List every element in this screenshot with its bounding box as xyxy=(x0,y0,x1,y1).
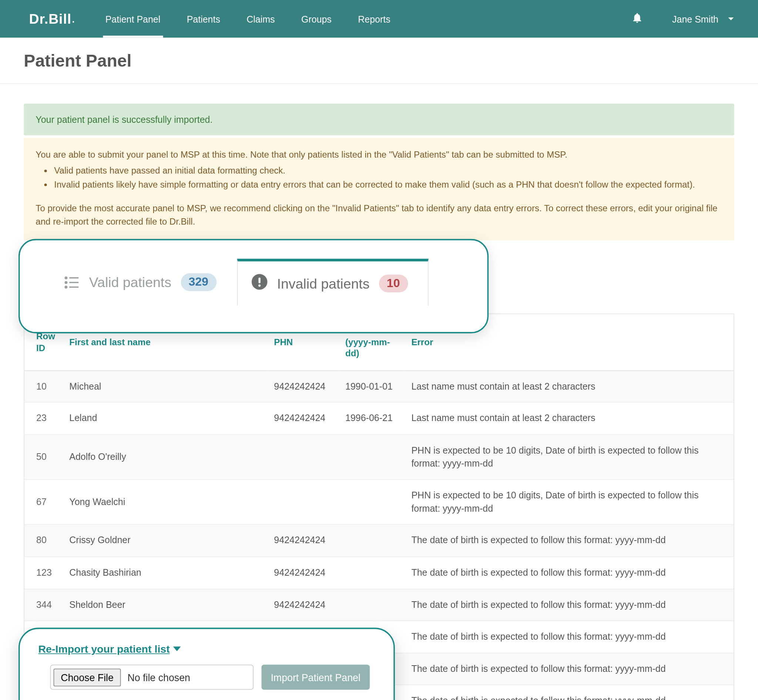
table-row: 50Adolfo O'reillyPHN is expected to be 1… xyxy=(24,435,734,480)
invalid-count-badge: 10 xyxy=(379,275,408,293)
svg-point-2 xyxy=(65,281,67,283)
svg-point-8 xyxy=(258,284,260,287)
cell-phn xyxy=(268,435,339,480)
cell-phn: 9424242424 xyxy=(268,589,339,621)
nav-patient-panel[interactable]: Patient Panel xyxy=(103,0,163,38)
nav-links: Patient Panel Patients Claims Groups Rep… xyxy=(103,0,393,38)
cell-name: Leland xyxy=(63,403,267,435)
cell-error: PHN is expected to be 10 digits, Date of… xyxy=(405,480,734,525)
cell-error: The date of birth is expected to follow … xyxy=(405,525,734,557)
logo[interactable]: Dr.Bill. xyxy=(29,11,75,27)
choose-file-button[interactable]: Choose File xyxy=(54,668,121,686)
tab-invalid-label: Invalid patients xyxy=(277,276,370,292)
import-panel-button[interactable]: Import Patient Panel xyxy=(261,664,370,690)
cell-phn: 9424242424 xyxy=(268,371,339,403)
cell-dob xyxy=(339,525,404,557)
tab-valid-label: Valid patients xyxy=(89,275,171,291)
cell-name: Adolfo O'reilly xyxy=(63,435,267,480)
cell-rowid: 10 xyxy=(24,371,63,403)
cell-error: The date of birth is expected to follow … xyxy=(405,589,734,621)
alert-success: Your patient panel is successfully impor… xyxy=(23,103,735,135)
cell-dob xyxy=(339,557,404,589)
valid-count-badge: 329 xyxy=(181,273,216,291)
cell-error: The date of birth is expected to follow … xyxy=(405,653,734,685)
table-row: 344Sheldon Beer9424242424The date of bir… xyxy=(24,589,734,621)
cell-rowid: 67 xyxy=(24,480,63,525)
cell-error: PHN is expected to be 10 digits, Date of… xyxy=(405,435,734,480)
cell-dob: 1996-06-21 xyxy=(339,403,404,435)
reimport-callout: Re-Import your patient list Choose File … xyxy=(19,628,395,700)
cell-dob xyxy=(339,435,404,480)
cell-rowid: 80 xyxy=(24,525,63,557)
table-row: 67Yong WaelchiPHN is expected to be 10 d… xyxy=(24,480,734,525)
cell-rowid: 23 xyxy=(24,403,63,435)
cell-phn: 9424242424 xyxy=(268,403,339,435)
cell-dob xyxy=(339,480,404,525)
page-title: Patient Panel xyxy=(23,51,735,71)
user-menu[interactable]: Jane Smith xyxy=(672,14,735,24)
cell-name: Micheal xyxy=(63,371,267,403)
no-file-text: No file chosen xyxy=(127,672,190,683)
cell-phn: 9424242424 xyxy=(268,525,339,557)
caret-down-icon xyxy=(172,644,182,655)
cell-rowid: 123 xyxy=(24,557,63,589)
cell-phn: 9424242424 xyxy=(268,557,339,589)
cell-rowid: 50 xyxy=(24,435,63,480)
table-row: 10Micheal94242424241990-01-01Last name m… xyxy=(24,371,734,403)
svg-rect-7 xyxy=(258,278,260,283)
cell-dob: 1990-01-01 xyxy=(339,371,404,403)
alert-warning: You are able to submit your panel to MSP… xyxy=(23,138,735,241)
cell-error: Last name must contain at least 2 charac… xyxy=(405,371,734,403)
page-header: Patient Panel xyxy=(0,38,758,84)
table-row: 123Chasity Bashirian9424242424The date o… xyxy=(24,557,734,589)
nav-reports[interactable]: Reports xyxy=(356,0,393,38)
cell-dob xyxy=(339,589,404,621)
table-row: 23Leland94242424241996-06-21Last name mu… xyxy=(24,403,734,435)
nav-groups[interactable]: Groups xyxy=(299,0,334,38)
notifications-icon[interactable] xyxy=(631,11,643,26)
cell-error: The date of birth is expected to follow … xyxy=(405,685,734,700)
tab-invalid-patients[interactable]: Invalid patients 10 xyxy=(237,259,429,306)
cell-error: Last name must contain at least 2 charac… xyxy=(405,403,734,435)
cell-name: Crissy Goldner xyxy=(63,525,267,557)
user-name: Jane Smith xyxy=(672,14,719,24)
cell-error: The date of birth is expected to follow … xyxy=(405,621,734,653)
reimport-toggle[interactable]: Re-Import your patient list xyxy=(38,644,182,655)
tab-valid-patients[interactable]: Valid patients 329 xyxy=(50,259,237,306)
cell-error: The date of birth is expected to follow … xyxy=(405,557,734,589)
alert-circle-icon xyxy=(251,273,268,294)
cell-name: Chasity Bashirian xyxy=(63,557,267,589)
cell-phn xyxy=(268,480,339,525)
svg-point-0 xyxy=(65,277,67,278)
nav-patients[interactable]: Patients xyxy=(184,0,223,38)
chevron-down-icon xyxy=(728,14,735,24)
nav-claims[interactable]: Claims xyxy=(244,0,277,38)
file-input[interactable]: Choose File No file chosen xyxy=(50,664,254,690)
table-row: 80Crissy Goldner9424242424The date of bi… xyxy=(24,525,734,557)
list-icon xyxy=(64,276,80,289)
top-navbar: Dr.Bill. Patient Panel Patients Claims G… xyxy=(0,0,758,38)
cell-name: Sheldon Beer xyxy=(63,589,267,621)
cell-rowid: 344 xyxy=(24,589,63,621)
svg-point-4 xyxy=(65,286,67,288)
tabs-callout: Valid patients 329 Invalid patients 10 xyxy=(19,239,489,333)
cell-name: Yong Waelchi xyxy=(63,480,267,525)
